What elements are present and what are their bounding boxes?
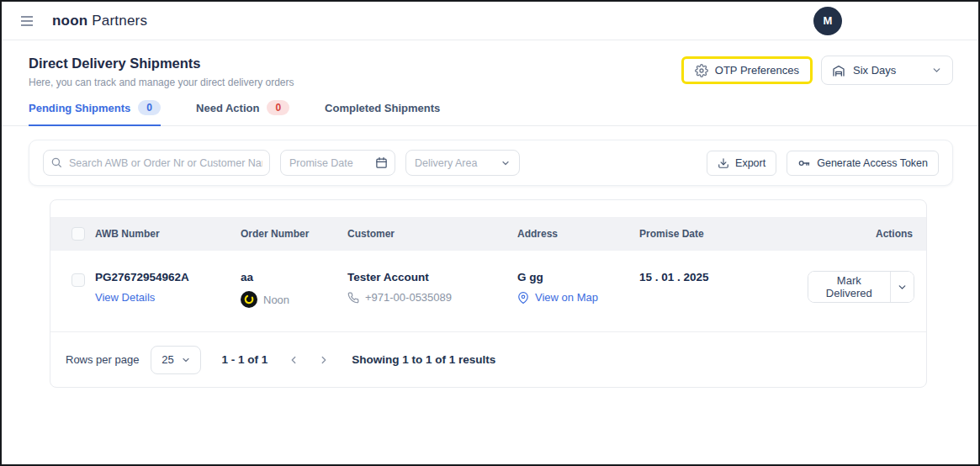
promise-date-cell: 15 . 01 . 2025 <box>639 271 808 308</box>
rows-per-page-label: Rows per page <box>66 353 139 366</box>
customer-name: Tester Account <box>347 271 517 283</box>
brand-partners: Partners <box>87 13 147 29</box>
tab-pending-shipments[interactable]: Pending Shipments 0 <box>29 100 161 126</box>
noon-logo-icon <box>241 291 257 308</box>
warehouse-selector[interactable]: Six Days <box>821 56 953 85</box>
pagination-nav <box>288 354 330 366</box>
tab-need-action-label: Need Action <box>196 102 259 114</box>
page-heading-text: Direct Delivery Shipments Here, you can … <box>29 56 294 88</box>
tab-completed-shipments[interactable]: Completed Shipments <box>325 100 440 126</box>
gear-icon <box>695 64 708 77</box>
key-icon <box>797 156 811 170</box>
awb-number: PG27672954962A <box>95 271 241 283</box>
menu-hamburger-icon[interactable] <box>20 15 34 27</box>
download-icon <box>718 157 729 169</box>
promise-date-value: 15 . 01 . 2025 <box>639 271 808 283</box>
phone-icon <box>347 292 359 304</box>
promise-date-field-wrap <box>280 150 395 176</box>
order-cell: aa Noon <box>241 271 347 308</box>
app-window: { "header": { "brand_bold": "noon", "bra… <box>0 0 980 466</box>
tab-need-action[interactable]: Need Action 0 <box>196 100 289 126</box>
order-source-label: Noon <box>263 294 289 306</box>
row-action-caret[interactable] <box>890 272 914 302</box>
tab-pending-label: Pending Shipments <box>29 102 130 114</box>
pagination-summary: Showing 1 to 1 of 1 results <box>352 353 495 366</box>
row-action-split-button: Mark Delivered <box>808 271 914 303</box>
page-title: Direct Delivery Shipments <box>29 56 294 71</box>
column-header-address: Address <box>517 228 639 240</box>
shipments-table-card: AWB Number Order Number Customer Address… <box>50 199 927 388</box>
previous-page-icon[interactable] <box>288 354 299 366</box>
customer-cell: Tester Account +971-00-0535089 <box>347 271 517 308</box>
order-number: aa <box>241 271 347 283</box>
generate-access-token-button[interactable]: Generate Access Token <box>787 151 939 176</box>
table-row: PG27672954962A View Details aa Noon Test… <box>50 251 926 331</box>
row-checkbox-cell <box>50 271 95 308</box>
warehouse-icon <box>832 64 845 77</box>
page-heading-row: Direct Delivery Shipments Here, you can … <box>2 40 978 88</box>
brand-logo[interactable]: noon Partners <box>52 13 147 29</box>
page-heading-actions: OTP Preferences Six Days <box>681 56 953 85</box>
next-page-icon[interactable] <box>318 354 330 366</box>
warehouse-label: Six Days <box>853 64 896 77</box>
address-text: G gg <box>517 271 639 283</box>
rows-per-page-value: 25 <box>162 353 173 366</box>
column-header-awb: AWB Number <box>95 228 241 240</box>
mark-delivered-button[interactable]: Mark Delivered <box>808 272 890 302</box>
rows-per-page-select[interactable]: 25 <box>151 346 201 374</box>
delivery-area-label: Delivery Area <box>415 157 477 169</box>
customer-phone: +971-00-0535089 <box>365 291 452 304</box>
export-button[interactable]: Export <box>707 151 776 176</box>
chevron-down-icon <box>501 158 511 168</box>
calendar-icon[interactable] <box>375 156 388 169</box>
tab-need-action-count-badge: 0 <box>267 100 289 115</box>
row-checkbox[interactable] <box>72 273 85 287</box>
otp-preferences-label: OTP Preferences <box>715 64 799 77</box>
search-icon <box>50 156 62 168</box>
generate-access-token-label: Generate Access Token <box>817 157 928 169</box>
filter-bar: Delivery Area Export Generate Access Tok… <box>29 140 953 186</box>
shipment-tabs: Pending Shipments 0 Need Action 0 Comple… <box>2 100 978 126</box>
user-avatar[interactable]: M <box>813 7 842 35</box>
awb-cell: PG27672954962A View Details <box>95 271 241 308</box>
address-cell: G gg View on Map <box>517 271 639 308</box>
map-pin-icon <box>517 292 529 304</box>
search-field-wrap <box>43 150 270 176</box>
view-details-link[interactable]: View Details <box>95 291 155 304</box>
view-on-map-link[interactable]: View on Map <box>535 291 598 304</box>
chevron-down-icon <box>897 282 908 293</box>
table-header-row: AWB Number Order Number Customer Address… <box>50 217 926 251</box>
page-subtitle: Here, you can track and manage your dire… <box>29 77 294 88</box>
brand-noon: noon <box>52 13 87 29</box>
search-input[interactable] <box>43 150 270 176</box>
select-all-checkbox[interactable] <box>72 227 85 241</box>
column-header-actions: Actions <box>808 228 926 240</box>
tab-pending-count-badge: 0 <box>138 100 161 115</box>
column-header-customer: Customer <box>347 228 517 240</box>
table-header-checkbox-cell <box>50 227 95 241</box>
actions-cell: Mark Delivered <box>808 271 926 308</box>
tab-completed-label: Completed Shipments <box>325 102 440 114</box>
chevron-down-icon <box>931 65 942 76</box>
chevron-down-icon <box>181 355 191 365</box>
export-label: Export <box>735 157 765 169</box>
column-header-promise-date: Promise Date <box>639 228 808 240</box>
column-header-order: Order Number <box>241 228 347 240</box>
delivery-area-select[interactable]: Delivery Area <box>405 150 520 176</box>
otp-preferences-button[interactable]: OTP Preferences <box>681 56 813 84</box>
pagination-range: 1 - 1 of 1 <box>221 353 268 366</box>
top-header: noon Partners M <box>2 2 978 40</box>
pagination-bar: Rows per page 25 1 - 1 of 1 Showing 1 to… <box>50 331 926 387</box>
